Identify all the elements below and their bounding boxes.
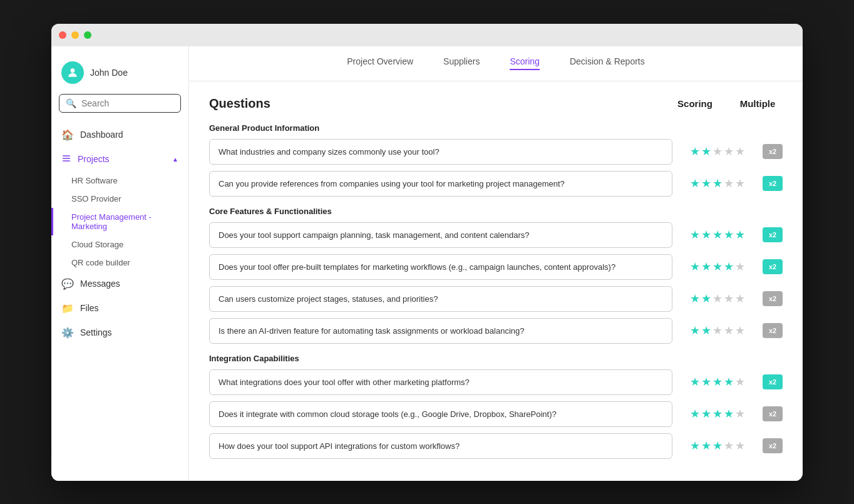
question-text: Can you provide references from companie… xyxy=(209,171,672,197)
star-1: ★ xyxy=(690,292,700,306)
close-dot[interactable] xyxy=(59,31,66,39)
star-1: ★ xyxy=(690,260,700,274)
star-1: ★ xyxy=(690,375,700,389)
sidebar-item-hr-software[interactable]: HR Software xyxy=(51,172,188,190)
question-text: How does your tool support API integrati… xyxy=(209,433,672,459)
star-3: ★ xyxy=(713,407,723,421)
star-4: ★ xyxy=(724,228,734,242)
multiplier-badge[interactable]: x2 xyxy=(763,144,783,159)
question-text: Does it integrate with common cloud stor… xyxy=(209,401,672,427)
tab-project-overview[interactable]: Project Overview xyxy=(347,56,413,70)
top-nav: Project Overview Suppliers Scoring Decis… xyxy=(189,46,803,81)
content-header: Questions Scoring Multiple xyxy=(209,96,783,111)
multiplier-badge[interactable]: x2 xyxy=(763,438,783,453)
tab-suppliers[interactable]: Suppliers xyxy=(443,56,480,70)
avatar xyxy=(61,61,84,84)
stars-rating[interactable]: ★ ★ ★ ★ ★ xyxy=(680,260,755,274)
question-row: Can users customize project stages, stat… xyxy=(209,286,783,312)
sidebar-item-cloud-storage[interactable]: Cloud Storage xyxy=(51,235,188,254)
col-scoring-header: Scoring xyxy=(657,98,733,109)
multiplier-badge[interactable]: x2 xyxy=(763,227,783,242)
stars-rating[interactable]: ★ ★ ★ ★ ★ xyxy=(680,292,755,306)
sidebar-item-project-management-marketing[interactable]: Project Management - Marketing xyxy=(51,208,188,235)
star-1: ★ xyxy=(690,407,700,421)
multiplier-badge[interactable]: x2 xyxy=(763,406,783,421)
star-2: ★ xyxy=(701,260,711,274)
stars-rating[interactable]: ★ ★ ★ ★ ★ xyxy=(680,228,755,242)
star-2: ★ xyxy=(701,228,711,242)
user-row: John Doe xyxy=(51,56,188,94)
svg-point-0 xyxy=(71,68,75,73)
star-4: ★ xyxy=(724,260,734,274)
messages-icon: 💬 xyxy=(61,278,74,290)
stars-rating[interactable]: ★ ★ ★ ★ ★ xyxy=(680,407,755,421)
star-4: ★ xyxy=(724,407,734,421)
question-row: What industries and company sizes common… xyxy=(209,139,783,165)
star-1: ★ xyxy=(690,228,700,242)
app-window: John Doe 🔍 🏠 Dashboard xyxy=(51,24,803,481)
svg-rect-2 xyxy=(63,158,70,158)
star-1: ★ xyxy=(690,324,700,337)
multiplier-badge[interactable]: x2 xyxy=(763,323,783,338)
sidebar: John Doe 🔍 🏠 Dashboard xyxy=(51,46,189,481)
multiplier-badge[interactable]: x2 xyxy=(763,374,783,389)
sidebar-item-dashboard[interactable]: 🏠 Dashboard xyxy=(51,123,188,147)
projects-subnav: HR Software SSO Provider Project Managem… xyxy=(51,172,188,272)
star-4: ★ xyxy=(724,439,734,453)
star-1: ★ xyxy=(690,177,700,190)
star-5: ★ xyxy=(735,375,745,389)
question-text: What industries and company sizes common… xyxy=(209,139,672,165)
files-label: Files xyxy=(80,303,99,313)
stars-rating[interactable]: ★ ★ ★ ★ ★ xyxy=(680,439,755,453)
stars-rating[interactable]: ★ ★ ★ ★ ★ xyxy=(680,324,755,337)
question-row: Does it integrate with common cloud stor… xyxy=(209,401,783,427)
search-box[interactable]: 🔍 xyxy=(59,94,181,113)
question-row: What integrations does your tool offer w… xyxy=(209,369,783,395)
star-5: ★ xyxy=(735,228,745,242)
question-text: Does your tool support campaign planning… xyxy=(209,222,672,248)
sidebar-item-sso-provider[interactable]: SSO Provider xyxy=(51,190,188,208)
col-multiple-header: Multiple xyxy=(733,98,783,109)
star-1: ★ xyxy=(690,439,700,453)
minimize-dot[interactable] xyxy=(71,31,79,39)
sidebar-item-messages[interactable]: 💬 Messages xyxy=(51,272,188,296)
multiplier-badge[interactable]: x2 xyxy=(763,291,783,306)
star-4: ★ xyxy=(724,145,734,158)
stars-rating[interactable]: ★ ★ ★ ★ ★ xyxy=(680,177,755,190)
dashboard-icon: 🏠 xyxy=(61,129,74,141)
multiplier-badge[interactable]: x2 xyxy=(763,259,783,274)
search-icon: 🔍 xyxy=(66,98,76,108)
star-3: ★ xyxy=(713,324,723,337)
star-3: ★ xyxy=(713,292,723,306)
star-3: ★ xyxy=(713,145,723,158)
stars-rating[interactable]: ★ ★ ★ ★ ★ xyxy=(680,375,755,389)
maximize-dot[interactable] xyxy=(84,31,91,39)
section-label-general: General Product Information xyxy=(209,123,783,133)
content-area: Questions Scoring Multiple General Produ… xyxy=(189,81,803,481)
main-content: Project Overview Suppliers Scoring Decis… xyxy=(189,46,803,481)
sidebar-item-files[interactable]: 📁 Files xyxy=(51,296,188,321)
star-2: ★ xyxy=(701,407,711,421)
chevron-up-icon: ▲ xyxy=(172,156,178,163)
sidebar-item-settings[interactable]: ⚙️ Settings xyxy=(51,321,188,345)
star-5: ★ xyxy=(735,177,745,190)
star-3: ★ xyxy=(713,260,723,274)
star-5: ★ xyxy=(735,145,745,158)
stars-rating[interactable]: ★ ★ ★ ★ ★ xyxy=(680,145,755,158)
question-text: Is there an AI-driven feature for automa… xyxy=(209,318,672,344)
search-input[interactable] xyxy=(81,98,174,108)
star-4: ★ xyxy=(724,292,734,306)
star-2: ★ xyxy=(701,375,711,389)
sidebar-item-qr-code-builder[interactable]: QR code builder xyxy=(51,254,188,272)
star-2: ★ xyxy=(701,177,711,190)
settings-label: Settings xyxy=(80,327,112,337)
multiplier-badge[interactable]: x2 xyxy=(763,176,783,191)
projects-icon xyxy=(61,153,71,165)
question-row: How does your tool support API integrati… xyxy=(209,433,783,459)
star-2: ★ xyxy=(701,439,711,453)
tab-decision-reports[interactable]: Decision & Reports xyxy=(570,56,645,70)
sidebar-item-projects[interactable]: Projects ▲ xyxy=(51,147,188,172)
star-4: ★ xyxy=(724,177,734,190)
star-3: ★ xyxy=(713,228,723,242)
tab-scoring[interactable]: Scoring xyxy=(510,56,539,70)
